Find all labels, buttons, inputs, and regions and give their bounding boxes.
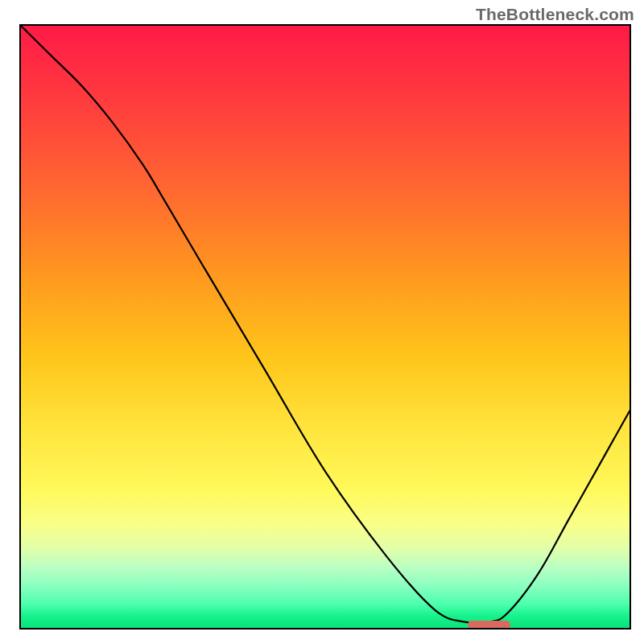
- highlight-marker: [468, 621, 510, 629]
- bottleneck-curve: [21, 26, 630, 628]
- chart-frame: TheBottleneck.com: [0, 0, 644, 644]
- plot-area: [19, 24, 631, 630]
- watermark-text: TheBottleneck.com: [476, 5, 634, 24]
